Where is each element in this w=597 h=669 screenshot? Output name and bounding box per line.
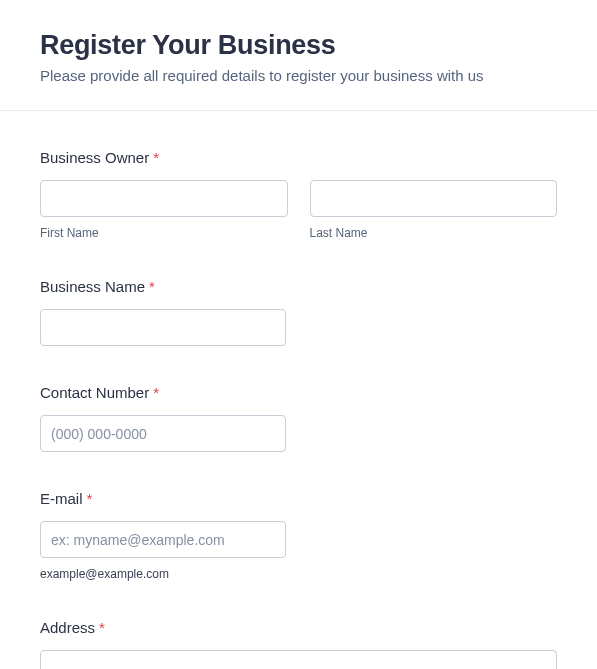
first-name-col: First Name	[40, 180, 288, 240]
business-owner-field: Business Owner* First Name Last Name	[40, 149, 557, 240]
email-label: E-mail*	[40, 490, 557, 507]
page-title: Register Your Business	[40, 30, 557, 61]
business-name-input[interactable]	[40, 309, 286, 346]
business-owner-label: Business Owner*	[40, 149, 557, 166]
label-text: Business Name	[40, 278, 145, 295]
last-name-col: Last Name	[310, 180, 558, 240]
address-label: Address*	[40, 619, 557, 636]
label-text: Address	[40, 619, 95, 636]
street-address-input[interactable]	[40, 650, 557, 669]
required-asterisk: *	[87, 490, 93, 507]
email-hint: example@example.com	[40, 567, 557, 581]
required-asterisk: *	[153, 384, 159, 401]
required-asterisk: *	[153, 149, 159, 166]
email-field: E-mail* example@example.com	[40, 490, 557, 581]
label-text: Contact Number	[40, 384, 149, 401]
email-input[interactable]	[40, 521, 286, 558]
required-asterisk: *	[99, 619, 105, 636]
label-text: Business Owner	[40, 149, 149, 166]
last-name-input[interactable]	[310, 180, 558, 217]
last-name-sublabel: Last Name	[310, 226, 558, 240]
page-subtitle: Please provide all required details to r…	[40, 65, 557, 86]
name-row: First Name Last Name	[40, 180, 557, 240]
first-name-input[interactable]	[40, 180, 288, 217]
label-text: E-mail	[40, 490, 83, 507]
form-body: Business Owner* First Name Last Name Bus…	[0, 111, 597, 669]
form-header: Register Your Business Please provide al…	[0, 0, 597, 111]
address-field: Address* Street Address	[40, 619, 557, 669]
contact-number-input[interactable]	[40, 415, 286, 452]
business-name-label: Business Name*	[40, 278, 557, 295]
contact-number-label: Contact Number*	[40, 384, 557, 401]
contact-number-field: Contact Number*	[40, 384, 557, 452]
business-name-field: Business Name*	[40, 278, 557, 346]
required-asterisk: *	[149, 278, 155, 295]
first-name-sublabel: First Name	[40, 226, 288, 240]
